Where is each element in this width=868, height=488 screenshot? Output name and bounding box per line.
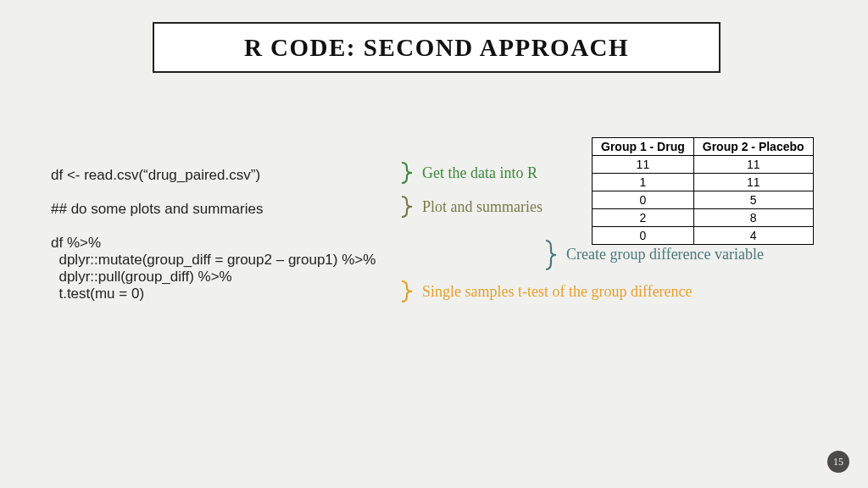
- table-cell: 11: [693, 156, 813, 174]
- data-table: Group 1 - Drug Group 2 - Placebo 11 11 1…: [592, 137, 814, 245]
- table-cell: 4: [693, 227, 813, 245]
- table-cell: 11: [593, 156, 694, 174]
- code-line-5: dplyr::pull(group_diff) %>%: [51, 269, 232, 284]
- table-cell: 5: [693, 191, 813, 209]
- table-header-row: Group 1 - Drug Group 2 - Placebo: [593, 138, 814, 156]
- annotation-create-diff: Create group difference variable: [566, 246, 764, 263]
- code-line-2: ## do some plots and summaries: [51, 202, 263, 216]
- title-box: R CODE: SECOND APPROACH: [153, 22, 721, 73]
- table-cell: 1: [593, 174, 694, 191]
- table-row: 1 11: [593, 174, 814, 191]
- code-line-3: df %>%: [51, 236, 101, 250]
- table-cell: 11: [693, 174, 813, 191]
- table-row: 0 5: [593, 191, 814, 209]
- table-cell: 0: [593, 191, 694, 209]
- table-header: Group 2 - Placebo: [693, 138, 813, 156]
- brace-icon: [542, 239, 561, 271]
- table-cell: 2: [593, 209, 694, 227]
- slide-title: R CODE: SECOND APPROACH: [244, 34, 629, 62]
- brace-icon: [398, 195, 417, 219]
- table-cell: 8: [693, 209, 813, 227]
- page-number: 15: [833, 456, 843, 469]
- table-row: 11 11: [593, 156, 814, 174]
- annotation-get-data: Get the data into R: [422, 164, 537, 182]
- brace-icon: [398, 161, 417, 185]
- annotation-ttest: Single samples t-test of the group diffe…: [422, 283, 693, 301]
- code-line-1: df <- read.csv(“drug_paired.csv”): [51, 168, 260, 182]
- table-cell: 0: [593, 227, 694, 245]
- code-line-6: t.test(mu = 0): [51, 286, 144, 301]
- annotation-plot-summaries: Plot and summaries: [422, 198, 542, 216]
- table-row: 2 8: [593, 209, 814, 227]
- table-row: 0 4: [593, 227, 814, 245]
- brace-icon: [398, 280, 417, 303]
- code-line-4: dplyr::mutate(group_diff = group2 – grou…: [51, 252, 376, 267]
- page-number-badge: 15: [827, 451, 849, 473]
- table-header: Group 1 - Drug: [593, 138, 694, 156]
